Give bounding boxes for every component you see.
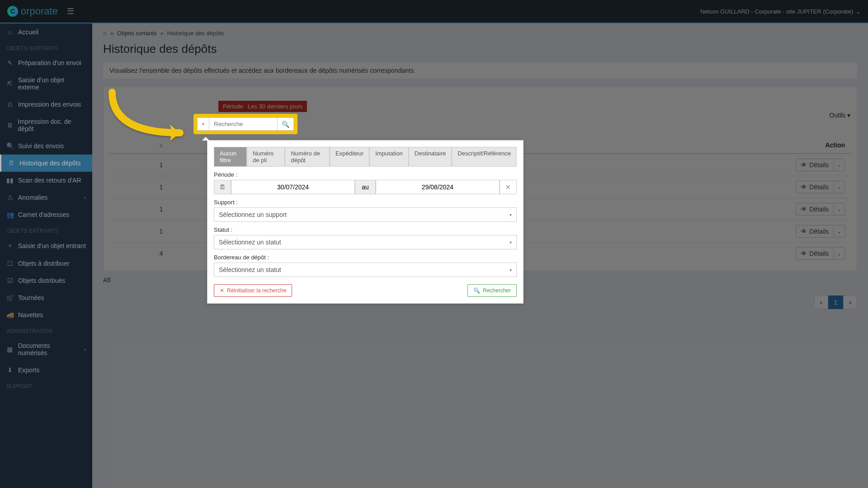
sidebar-item-docs-numerises[interactable]: ▦Documents numérisés‹ xyxy=(0,337,92,361)
search-icon: 🔍 xyxy=(6,142,14,150)
addressbook-icon: 👥 xyxy=(6,211,14,218)
reset-search-button[interactable]: ✕Réinitialiser la recherche xyxy=(214,284,292,297)
sidebar-item-suivi[interactable]: 🔍Suivi des envois xyxy=(0,137,92,155)
sidebar-item-scan[interactable]: ▮▮Scan des retours d'AR xyxy=(0,172,92,189)
sidebar-item-accueil[interactable]: ⌂Accueil xyxy=(0,23,92,41)
brand-logo[interactable]: C orporate ☰ xyxy=(7,5,74,17)
sidebar-group-entrants: OBJETS ENTRANTS xyxy=(0,223,92,237)
tab-descriptif[interactable]: Descriptif/Référence xyxy=(452,147,517,167)
bordereau-label: Bordereau de dépôt : xyxy=(214,254,517,261)
hamburger-icon[interactable]: ☰ xyxy=(67,6,74,16)
calendar-icon: 🗓 xyxy=(8,160,15,167)
user-menu[interactable]: Nelson GUILLARD - Corporate - site JUPIT… xyxy=(700,8,861,15)
search-button[interactable]: 🔍 xyxy=(277,118,293,130)
doc-icon: 🗎 xyxy=(6,122,13,129)
tab-numero-depot[interactable]: Numéro de dépôt xyxy=(285,147,330,167)
brand-text: orporate xyxy=(21,5,58,17)
sidebar-item-exports[interactable]: ⬇Exports xyxy=(0,361,92,379)
external-icon: ⇱ xyxy=(6,80,14,87)
caret-down-icon: ▾ xyxy=(509,212,512,217)
annotation-arrow xyxy=(103,83,193,152)
statut-select[interactable]: Sélectionnez un statut▾ xyxy=(214,235,517,249)
caret-down-icon: ▾ xyxy=(509,267,512,272)
tab-expediteur[interactable]: Expéditeur xyxy=(330,147,369,167)
check-icon: ☑ xyxy=(6,277,14,284)
date-from[interactable]: 30/07/2024 xyxy=(231,180,355,194)
filter-panel: Aucun filtre Numéro de pli Numéro de dép… xyxy=(207,140,524,304)
chevron-left-icon: ‹ xyxy=(84,195,86,200)
tab-destinataire[interactable]: Destinataire xyxy=(409,147,452,167)
chevron-down-icon: ⌄ xyxy=(856,8,861,15)
tab-numero-pli[interactable]: Numéro de pli xyxy=(247,147,285,167)
search-highlight: ▾ 🔍 xyxy=(193,114,297,134)
calendar-icon[interactable]: 🗓 xyxy=(214,180,231,194)
search-icon: 🔍 xyxy=(282,121,289,128)
sidebar-item-carnet[interactable]: 👥Carnet d'adresses xyxy=(0,206,92,223)
close-icon: ✕ xyxy=(220,287,224,294)
chevron-left-icon: ‹ xyxy=(84,347,86,352)
date-to[interactable]: 29/08/2024 xyxy=(376,180,500,194)
truck-icon: 🚚 xyxy=(6,311,14,319)
sidebar-group-admin: ADMINISTRATION xyxy=(0,324,92,337)
bordereau-select[interactable]: Sélectionnez un statut▾ xyxy=(214,263,517,277)
warning-icon: ⚠ xyxy=(6,194,14,201)
download-icon: ⬇ xyxy=(6,366,14,374)
sidebar-item-saisie-externe[interactable]: ⇱Saisie d'un objet externe xyxy=(0,71,92,96)
tab-aucun-filtre[interactable]: Aucun filtre xyxy=(214,147,247,167)
caret-down-icon: ▾ xyxy=(509,240,512,245)
search-group: ▾ 🔍 xyxy=(197,117,294,131)
home-icon: ⌂ xyxy=(6,28,14,36)
topbar: C orporate ☰ Nelson GUILLARD - Corporate… xyxy=(0,0,868,23)
sidebar-item-tournees[interactable]: 🛒Tournées xyxy=(0,289,92,306)
sidebar-item-impression-envois[interactable]: ⎙Impression des envois xyxy=(0,96,92,113)
brand-icon: C xyxy=(7,6,18,17)
pencil-icon: ✎ xyxy=(6,59,14,66)
sidebar-group-sortants: OBJETS SORTANTS xyxy=(0,41,92,54)
date-range: 🗓 30/07/2024 au 29/08/2024 ✕ xyxy=(214,180,517,194)
sidebar-item-historique[interactable]: 🗓Historique des dépôts xyxy=(0,155,92,172)
main-content: ⌂ » Objets sortants » Historique des dép… xyxy=(92,23,868,488)
cart-icon: 🛒 xyxy=(6,294,14,301)
support-label: Support : xyxy=(214,199,517,206)
date-clear[interactable]: ✕ xyxy=(500,180,517,194)
barcode-icon: ▮▮ xyxy=(6,177,14,184)
sidebar: ⌂Accueil OBJETS SORTANTS ✎Préparation d'… xyxy=(0,23,92,488)
print-icon: ⎙ xyxy=(6,101,14,108)
statut-label: Statut : xyxy=(214,226,517,233)
periode-label: Période : xyxy=(214,171,517,178)
sidebar-item-impression-doc[interactable]: 🗎Impression doc. de dépôt xyxy=(0,113,92,137)
grid-icon: ▦ xyxy=(6,346,14,353)
tab-imputation[interactable]: Imputation xyxy=(369,147,409,167)
date-sep: au xyxy=(355,180,376,194)
sidebar-item-anomalies[interactable]: ⚠Anomalies‹ xyxy=(0,189,92,206)
plus-icon: ＋ xyxy=(6,242,14,250)
sidebar-item-saisie-entrant[interactable]: ＋Saisie d'un objet entrant xyxy=(0,237,92,255)
square-icon: ☐ xyxy=(6,260,14,267)
filter-tabs: Aucun filtre Numéro de pli Numéro de dép… xyxy=(214,147,517,167)
sidebar-item-distribuer[interactable]: ☐Objets à distribuer xyxy=(0,255,92,272)
sidebar-item-distribues[interactable]: ☑Objets distribués xyxy=(0,272,92,289)
do-search-button[interactable]: 🔍Rechercher xyxy=(467,284,517,297)
search-input[interactable] xyxy=(209,118,277,130)
search-icon: 🔍 xyxy=(473,287,480,294)
sidebar-item-preparation[interactable]: ✎Préparation d'un envoi xyxy=(0,54,92,71)
sidebar-group-support: SUPPORT xyxy=(0,379,92,392)
search-filter-dropdown[interactable]: ▾ xyxy=(198,118,209,130)
support-select[interactable]: Sélectionnez un support▾ xyxy=(214,207,517,222)
sidebar-item-navettes[interactable]: 🚚Navettes xyxy=(0,306,92,324)
